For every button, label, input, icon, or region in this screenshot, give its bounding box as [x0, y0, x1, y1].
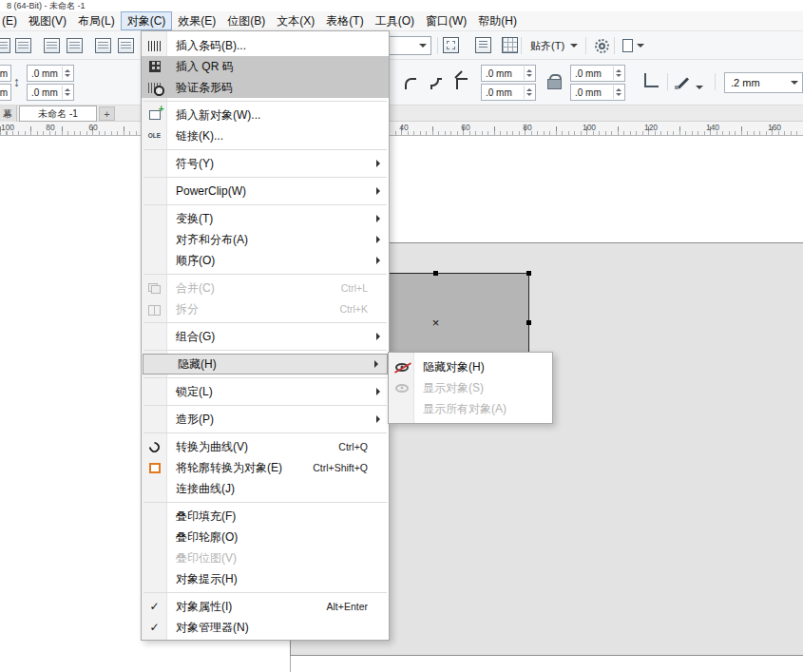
- qr-icon: [149, 61, 161, 72]
- selection-handle[interactable]: [526, 271, 531, 276]
- paste-icon[interactable]: [67, 38, 83, 53]
- zoom-level-combobox[interactable]: [388, 36, 431, 55]
- menubar-item[interactable]: 窗口(W): [420, 11, 472, 30]
- relative-corner-scaling-icon[interactable]: [644, 73, 659, 87]
- menu-item-label: 造形(P): [167, 412, 214, 428]
- snap-to-dropdown[interactable]: 贴齐(T): [525, 36, 583, 55]
- object-center-mark[interactable]: ×: [430, 317, 442, 329]
- menubar-item[interactable]: 位图(B): [221, 11, 271, 30]
- menu-item[interactable]: PowerClip(W): [142, 181, 389, 202]
- property-bar: m m ↕ .0 mm .0 mm .0 mm .0 mm .0 mm .0 m…: [0, 60, 803, 106]
- print-icon[interactable]: [15, 38, 31, 53]
- menubar-item[interactable]: (E): [0, 11, 23, 30]
- menubar-item-object[interactable]: 对象(C): [121, 11, 173, 30]
- menu-item[interactable]: 锁定(L): [142, 381, 389, 402]
- menubar-item[interactable]: 文本(X): [271, 11, 320, 30]
- stepper[interactable]: [524, 86, 534, 99]
- object-height-field[interactable]: .0 mm: [27, 84, 74, 101]
- menu-item-label: 对齐和分布(A): [167, 232, 248, 248]
- menu-item[interactable]: 变换(T): [142, 208, 389, 229]
- export-icon[interactable]: [118, 38, 134, 53]
- object-width-field[interactable]: .0 mm: [27, 65, 74, 82]
- stepper[interactable]: [62, 67, 72, 80]
- scalloped-corner-button[interactable]: [425, 73, 447, 94]
- gear-icon[interactable]: [595, 39, 609, 53]
- toolbar-icon-cropped[interactable]: [0, 38, 10, 53]
- copy-icon[interactable]: [44, 38, 60, 53]
- new-object-icon: [149, 110, 161, 120]
- options-dropdown[interactable]: [620, 36, 650, 55]
- menu-item-label: 锁定(L): [167, 384, 213, 400]
- submenu-arrow-icon: [376, 187, 380, 195]
- menubar-item[interactable]: 效果(E): [172, 11, 221, 30]
- menu-item[interactable]: 组合(G): [142, 326, 389, 347]
- menu-item[interactable]: 对象提示(H): [142, 568, 389, 589]
- selection-handle[interactable]: [433, 271, 438, 276]
- menu-item[interactable]: ✓对象管理器(N): [142, 617, 389, 638]
- menu-item[interactable]: 隐藏对象(H): [389, 356, 552, 377]
- corner-radius-bottom-left-field[interactable]: .0 mm: [481, 84, 536, 101]
- checkmark-icon: ✓: [149, 622, 159, 633]
- menu-item[interactable]: 叠印填充(F): [142, 506, 389, 527]
- break-apart-icon: [148, 304, 161, 315]
- object-y-field-cropped[interactable]: m: [0, 84, 11, 101]
- round-corner-button[interactable]: [399, 73, 421, 94]
- to-curves-icon: [147, 439, 163, 454]
- stepper[interactable]: [524, 67, 534, 80]
- menu-item-icon-cell: [142, 463, 167, 473]
- lock-ratio-icon[interactable]: [547, 74, 561, 89]
- menubar-item[interactable]: 布局(L): [72, 11, 121, 30]
- tab-cropped[interactable]: 幕: [0, 106, 17, 122]
- menubar-item[interactable]: 帮助(H): [472, 11, 523, 30]
- menu-item[interactable]: OLE链接(K)...: [142, 125, 389, 146]
- toolbar-divider: [667, 73, 668, 90]
- menu-item[interactable]: 验证条形码: [142, 77, 389, 98]
- menu-item[interactable]: 转换为曲线(V)Ctrl+Q: [142, 436, 389, 457]
- menu-item[interactable]: 隐藏(H): [143, 354, 388, 374]
- outline-width-combobox[interactable]: .2 mm: [724, 72, 803, 93]
- fullscreen-preview-icon[interactable]: [443, 37, 459, 53]
- add-page-button[interactable]: +: [99, 106, 115, 121]
- object-x-field-cropped[interactable]: m: [0, 65, 11, 82]
- stepper[interactable]: [613, 67, 623, 80]
- menu-item-icon-cell: [142, 283, 167, 294]
- menu-item[interactable]: 插入条码(B)...: [142, 35, 389, 56]
- corner-radius-top-right-field[interactable]: .0 mm: [570, 65, 625, 82]
- menu-separator: [142, 589, 389, 596]
- ruler-number: 60: [88, 123, 97, 132]
- menu-item-icon-cell: ✓: [142, 622, 167, 633]
- submenu-arrow-icon: [374, 360, 378, 368]
- stepper[interactable]: [613, 86, 623, 99]
- menu-item[interactable]: 顺序(O): [142, 250, 389, 271]
- chevron-down-icon[interactable]: [696, 86, 703, 89]
- tab-untitled-1[interactable]: 未命名 -1: [19, 106, 97, 122]
- menu-item[interactable]: 对齐和分布(A): [142, 229, 389, 250]
- submenu-arrow-icon: [376, 388, 380, 395]
- corner-radius-bottom-right-field[interactable]: .0 mm: [570, 84, 625, 101]
- menubar-item[interactable]: 表格(T): [320, 11, 369, 30]
- menu-item-shortcut: Ctrl+L: [341, 282, 368, 294]
- menu-item[interactable]: 插入 QR 码: [142, 56, 389, 77]
- menu-item-label: 对象管理器(N): [167, 620, 249, 636]
- menu-separator: [142, 430, 389, 436]
- show-rulers-icon[interactable]: [475, 37, 491, 53]
- menu-item[interactable]: 将轮廓转换为对象(E)Ctrl+Shift+Q: [142, 457, 389, 478]
- menu-item[interactable]: 符号(Y): [142, 153, 389, 174]
- menu-item[interactable]: 造形(P): [142, 409, 389, 430]
- menu-item[interactable]: ✓对象属性(I)Alt+Enter: [142, 596, 389, 617]
- menu-item[interactable]: 叠印轮廓(O): [142, 527, 389, 547]
- stepper[interactable]: [62, 86, 72, 99]
- menu-item[interactable]: 插入新对象(W)...: [142, 105, 389, 125]
- selection-handle[interactable]: [526, 320, 531, 325]
- horizontal-ruler[interactable]: 1008060406080100120140160: [0, 122, 803, 136]
- menu-item-label: 插入 QR 码: [167, 59, 234, 75]
- outline-pen-icon[interactable]: [675, 73, 692, 90]
- chamfered-corner-button[interactable]: [450, 73, 472, 94]
- menu-item[interactable]: 连接曲线(J): [142, 478, 389, 499]
- menubar-item[interactable]: 工具(O): [370, 11, 420, 30]
- show-grid-icon[interactable]: [502, 37, 518, 53]
- toolbar-divider: [437, 37, 438, 54]
- corner-radius-top-left-field[interactable]: .0 mm: [481, 65, 536, 82]
- import-icon[interactable]: [95, 38, 111, 53]
- menubar-item[interactable]: 视图(V): [23, 11, 72, 30]
